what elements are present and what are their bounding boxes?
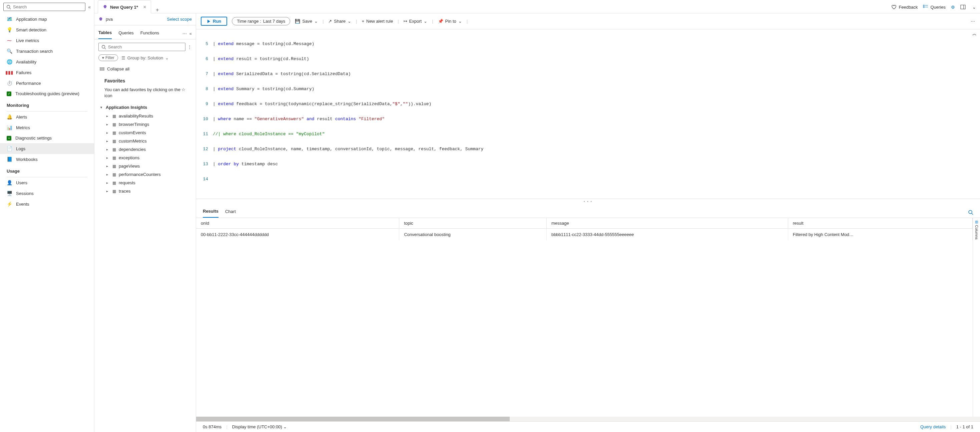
chevron-down-icon: ⌄ (283, 424, 287, 429)
groupby-dropdown[interactable]: ☰Group by: Solution⌄ (121, 56, 169, 61)
horizontal-scrollbar[interactable] (196, 417, 980, 421)
sessions-icon: 🖥️ (7, 191, 12, 196)
new-alert-button[interactable]: +New alert rule (361, 19, 393, 24)
tree-item[interactable]: ▸▦exceptions (94, 153, 196, 162)
results-grid[interactable]: onId topic message result 00-bb11-2222-3… (196, 218, 973, 417)
sidebar-item-metrics[interactable]: 📊Metrics (0, 122, 94, 133)
columns-rail[interactable]: ▥ Columns (973, 218, 980, 417)
favorites-help-text: You can add favorites by clicking on the… (94, 86, 196, 103)
search-icon[interactable] (968, 210, 973, 215)
bell-icon: 🔔 (7, 114, 12, 120)
sidebar-item-smart-detection[interactable]: 💡Smart detection (0, 24, 94, 35)
svg-line-9 (105, 48, 106, 49)
sidebar-item-live-metrics[interactable]: ⁓Live metrics (0, 35, 94, 46)
display-time-dropdown[interactable]: Display time (UTC+00:00) ⌄ (232, 424, 287, 429)
feedback-button[interactable]: Feedback (889, 4, 920, 13)
status-bar: 0s 874ms | Display time (UTC+00:00) ⌄ Qu… (196, 421, 980, 432)
new-tab-button[interactable]: + (151, 7, 164, 13)
new-alert-label: New alert rule (366, 19, 393, 24)
sidebar-item-diagnostics[interactable]: ▪Diagnostic settings (0, 133, 94, 143)
time-range-selector[interactable]: Time range : Last 7 days (232, 17, 290, 26)
query-editor[interactable]: 5| extend message = tostring(cd.Message)… (196, 29, 980, 199)
chevron-down-button[interactable]: ⌄ (968, 5, 980, 13)
column-header[interactable]: topic (399, 218, 547, 229)
sidebar-item-label: Diagnostic settings (15, 135, 52, 140)
section-monitoring: Monitoring (0, 99, 94, 110)
sidebar-item-troubleshooting[interactable]: ✓Troubleshooting guides (preview) (0, 88, 94, 99)
collapse-icon[interactable]: « (189, 31, 192, 36)
tree-item[interactable]: ▸▦availabilityResults (94, 112, 196, 120)
panel-button[interactable] (958, 4, 968, 13)
logs-icon: 📄 (7, 146, 12, 151)
sidebar-item-application-map[interactable]: 🗺️Application map (0, 14, 94, 24)
sidebar-item-alerts[interactable]: 🔔Alerts (0, 112, 94, 122)
tree-item[interactable]: ▸▦dependencies (94, 145, 196, 153)
tab-tables[interactable]: Tables (99, 28, 112, 39)
sidebar-item-failures[interactable]: ▮▮▮Failures (0, 67, 94, 78)
table-row[interactable]: 00-bb11-2222-33cc-444444dddddd Conversat… (196, 229, 973, 241)
more-icon[interactable]: ⋯ (183, 31, 187, 36)
guide-icon: ✓ (7, 91, 11, 96)
tree-item[interactable]: ▸▦traces (94, 187, 196, 195)
sidebar-item-users[interactable]: 👤Users (0, 177, 94, 188)
metrics-icon: 📊 (7, 125, 12, 130)
chevron-down-icon: ⌄ (314, 19, 318, 24)
tree-item[interactable]: ▸▦pageViews (94, 162, 196, 170)
tree-group-app-insights[interactable]: ▾Application Insights (94, 103, 196, 112)
chevron-down-icon: ⌄ (458, 19, 462, 24)
more-icon[interactable]: ⋮ (188, 45, 192, 49)
sidebar-item-transaction-search[interactable]: 🔍Transaction search (0, 46, 94, 56)
tree-item[interactable]: ▸▦customEvents (94, 129, 196, 137)
sidebar-item-workbooks[interactable]: 📘Workbooks (0, 154, 94, 164)
more-icon[interactable]: ⋯ (970, 19, 975, 24)
close-icon[interactable]: × (143, 4, 146, 10)
tab-chart[interactable]: Chart (225, 207, 236, 217)
column-header[interactable]: result (788, 218, 972, 229)
pin-button[interactable]: 📌Pin to⌄ (438, 19, 462, 24)
sidebar-search-input[interactable] (13, 4, 83, 10)
save-icon: 💾 (295, 19, 300, 24)
tree-item[interactable]: ▸▦performanceCounters (94, 170, 196, 179)
column-header[interactable]: onId (196, 218, 399, 229)
pin-icon: 📌 (438, 19, 443, 24)
queries-button[interactable]: Queries (920, 4, 948, 13)
tab-results[interactable]: Results (203, 207, 218, 218)
export-button[interactable]: ↦Export⌄ (404, 19, 428, 24)
svg-line-13 (972, 213, 973, 215)
tree-item[interactable]: ▸▦customMetrics (94, 137, 196, 145)
sidebar-search[interactable] (3, 3, 85, 11)
sidebar-item-events[interactable]: ⚡Events (0, 199, 94, 209)
filter-pill[interactable]: ▾Filter (99, 54, 118, 61)
collapse-editor-icon[interactable]: ︽ (972, 31, 977, 37)
sidebar-item-label: Events (16, 202, 29, 207)
sidebar-item-label: Logs (16, 146, 25, 151)
sidebar-item-availability[interactable]: 🌐Availability (0, 56, 94, 67)
sidebar-item-logs[interactable]: 📄Logs (0, 143, 94, 154)
gauge-icon: ⏱️ (7, 80, 12, 86)
schema-search[interactable] (99, 43, 185, 51)
sidebar-collapse-icon[interactable]: « (88, 4, 91, 10)
resize-grip[interactable]: • • • (196, 199, 980, 204)
tab-functions[interactable]: Functions (140, 29, 159, 39)
query-time: 0s 874ms (203, 424, 221, 429)
run-button[interactable]: Run (201, 17, 227, 26)
bulb-icon: 💡 (7, 27, 12, 32)
tree-item[interactable]: ▸▦requests (94, 179, 196, 187)
query-tab[interactable]: New Query 1* × (98, 0, 151, 13)
time-range-value: Last 7 days (263, 19, 286, 24)
tree-item[interactable]: ▸▦browserTimings (94, 120, 196, 129)
column-header[interactable]: message (546, 218, 788, 229)
collapse-all-button[interactable]: Collapse all (94, 64, 196, 73)
sidebar-item-sessions[interactable]: 🖥️Sessions (0, 188, 94, 199)
tree-item-label: exceptions (119, 155, 139, 160)
export-label: Export (409, 19, 422, 24)
share-button[interactable]: ↗Share⌄ (328, 19, 351, 24)
select-scope-link[interactable]: Select scope (167, 17, 192, 22)
settings-button[interactable]: ⚙ (948, 5, 958, 13)
tab-queries[interactable]: Queries (118, 29, 134, 39)
user-icon: 👤 (7, 180, 12, 185)
query-details-link[interactable]: Query details (920, 424, 946, 429)
save-button[interactable]: 💾Save⌄ (295, 19, 318, 24)
schema-search-input[interactable] (108, 45, 183, 49)
sidebar-item-performance[interactable]: ⏱️Performance (0, 78, 94, 88)
